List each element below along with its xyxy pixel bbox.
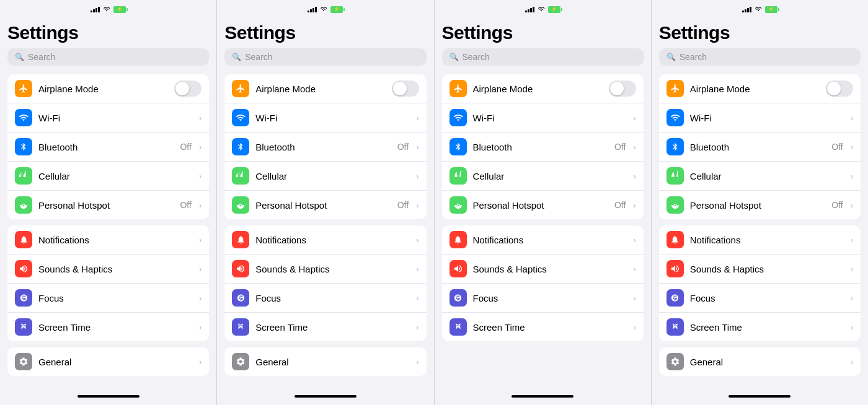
settings-row[interactable]: Notifications› <box>442 225 644 255</box>
settings-row[interactable]: Sounds & Haptics› <box>659 255 861 284</box>
search-bar[interactable]: 🔍 Search <box>224 48 426 66</box>
row-value: Off <box>180 200 191 210</box>
settings-row[interactable]: Sounds & Haptics› <box>7 255 209 284</box>
screentime-icon <box>666 318 684 336</box>
settings-row[interactable]: Screen Time› <box>659 313 861 341</box>
panel-footer <box>217 395 433 405</box>
chevron-icon: › <box>851 357 853 367</box>
focus-icon <box>15 289 32 307</box>
settings-row[interactable]: Wi-Fi› <box>659 103 861 133</box>
notifications-icon <box>232 231 249 248</box>
search-bar[interactable]: 🔍 Search <box>659 48 861 66</box>
settings-row[interactable]: Airplane Mode <box>7 74 209 103</box>
row-label: Notifications <box>473 235 627 245</box>
settings-row[interactable]: Focus› <box>224 284 426 313</box>
settings-row[interactable]: Cellular› <box>7 162 209 191</box>
row-label: Wi-Fi <box>255 113 410 123</box>
settings-row[interactable]: General› <box>7 347 209 376</box>
settings-row[interactable]: Personal HotspotOff› <box>224 191 426 219</box>
settings-row[interactable]: Screen Time› <box>224 313 426 341</box>
settings-row[interactable]: Focus› <box>659 284 861 313</box>
phone-panel-3: ⚡ Settings 🔍 Search Airplane ModeWi-Fi›B… <box>435 0 652 405</box>
settings-row[interactable]: Personal HotspotOff› <box>659 191 861 219</box>
battery-icon: ⚡ <box>330 6 343 13</box>
row-label: Personal Hotspot <box>473 200 608 211</box>
bluetooth-icon <box>232 138 249 155</box>
settings-row[interactable]: Cellular› <box>224 162 426 191</box>
toggle-switch[interactable] <box>392 81 419 97</box>
screentime-icon <box>450 318 467 336</box>
settings-row[interactable]: Personal HotspotOff› <box>7 191 209 219</box>
search-placeholder: Search <box>463 52 490 62</box>
chevron-icon: › <box>851 113 853 123</box>
settings-group-system: Notifications›Sounds & Haptics›Focus›Scr… <box>659 225 861 341</box>
settings-row[interactable]: Focus› <box>442 284 644 313</box>
row-label: Cellular <box>38 171 193 181</box>
chevron-icon: › <box>199 172 202 181</box>
search-icon: 🔍 <box>666 53 676 61</box>
settings-row[interactable]: Focus› <box>7 284 209 313</box>
settings-row[interactable]: Sounds & Haptics› <box>442 255 644 284</box>
search-placeholder: Search <box>245 52 272 62</box>
airplane-icon <box>666 80 684 97</box>
settings-row[interactable]: BluetoothOff› <box>224 133 426 162</box>
settings-row[interactable]: Wi-Fi› <box>442 103 644 133</box>
settings-row[interactable]: BluetoothOff› <box>659 133 861 162</box>
general-icon <box>666 353 684 370</box>
row-label: Screen Time <box>255 322 410 333</box>
chevron-icon: › <box>851 142 853 152</box>
battery-lightning: ⚡ <box>768 7 774 12</box>
cellular-icon <box>666 167 684 185</box>
search-bar[interactable]: 🔍 Search <box>7 48 209 66</box>
settings-row[interactable]: Personal HotspotOff› <box>442 191 644 219</box>
row-label: Notifications <box>38 235 193 245</box>
chevron-icon: › <box>416 201 418 210</box>
settings-row[interactable]: Cellular› <box>442 162 644 191</box>
hotspot-icon <box>666 196 684 214</box>
chevron-icon: › <box>633 235 636 245</box>
row-label: Cellular <box>255 171 410 181</box>
settings-row[interactable]: Screen Time› <box>7 313 209 341</box>
toggle-switch[interactable] <box>826 81 853 97</box>
settings-group-general: General› <box>224 347 426 376</box>
wifi-status-icon <box>102 4 111 14</box>
settings-row[interactable]: Airplane Mode <box>224 74 426 103</box>
chevron-icon: › <box>633 142 636 152</box>
settings-row[interactable]: Notifications› <box>659 225 861 255</box>
row-label: Airplane Mode <box>473 84 603 94</box>
airplane-icon <box>15 80 32 97</box>
settings-row[interactable]: Sounds & Haptics› <box>224 255 426 284</box>
row-label: Focus <box>473 293 627 303</box>
search-bar[interactable]: 🔍 Search <box>442 48 644 66</box>
row-label: Screen Time <box>690 322 844 333</box>
page-title: Settings <box>659 22 861 43</box>
settings-row[interactable]: BluetoothOff› <box>7 133 209 162</box>
settings-row[interactable]: Notifications› <box>7 225 209 255</box>
toggle-switch[interactable] <box>609 81 636 97</box>
battery-lightning: ⚡ <box>334 7 340 12</box>
home-indicator <box>78 395 140 398</box>
row-value: Off <box>831 200 843 210</box>
settings-row[interactable]: Wi-Fi› <box>224 103 426 133</box>
cellular-icon <box>232 167 249 185</box>
settings-row[interactable]: Cellular› <box>659 162 861 191</box>
settings-row[interactable]: Wi-Fi› <box>7 103 209 133</box>
settings-row[interactable]: Notifications› <box>224 225 426 255</box>
chevron-icon: › <box>199 323 202 332</box>
row-label: Airplane Mode <box>690 84 820 94</box>
row-value: Off <box>614 200 626 210</box>
bluetooth-icon <box>15 138 32 155</box>
toggle-switch[interactable] <box>174 81 202 97</box>
chevron-icon: › <box>416 113 418 123</box>
row-label: Airplane Mode <box>255 84 385 94</box>
status-icons: ⚡ <box>308 4 343 14</box>
settings-row[interactable]: Screen Time› <box>442 313 644 341</box>
settings-row[interactable]: General› <box>224 347 426 376</box>
row-label: Personal Hotspot <box>690 200 825 211</box>
settings-row[interactable]: General› <box>659 347 861 376</box>
settings-row[interactable]: Airplane Mode <box>442 74 644 103</box>
settings-row[interactable]: Airplane Mode <box>659 74 861 103</box>
settings-row[interactable]: BluetoothOff› <box>442 133 644 162</box>
status-bar: ⚡ <box>0 0 216 17</box>
row-label: Airplane Mode <box>38 84 168 94</box>
